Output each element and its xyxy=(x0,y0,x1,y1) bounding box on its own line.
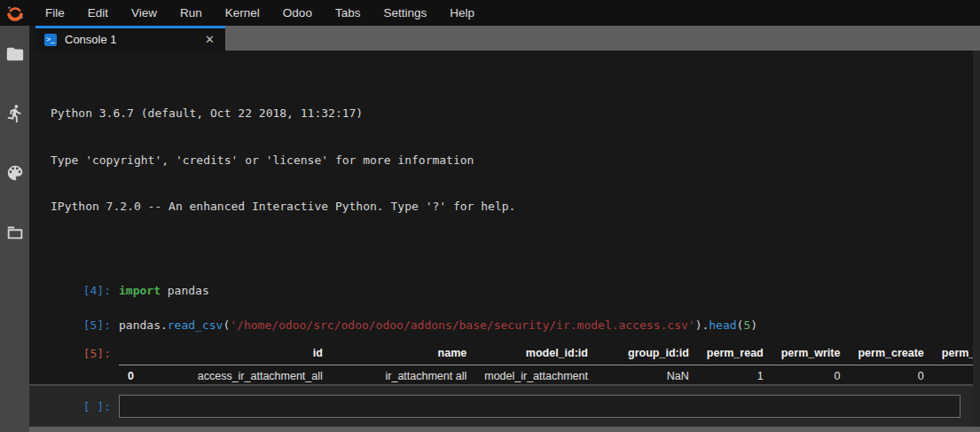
menu-help[interactable]: Help xyxy=(438,0,486,26)
menu-settings[interactable]: Settings xyxy=(372,0,438,26)
row-index: 0 xyxy=(119,365,144,384)
tab-console-1[interactable]: >_ Console 1 ✕ xyxy=(35,26,225,51)
index-column-header xyxy=(119,342,144,365)
main-dock: >_ Console 1 ✕ Python 3.6.7 (default, Oc… xyxy=(29,26,980,432)
table-cell: ir_attachment all xyxy=(332,365,475,384)
code-token-string: '/home/odoo/src/odoo/odoo/addons/base/se… xyxy=(230,318,694,332)
column-header: id xyxy=(144,342,332,365)
console-history: Python 3.6.7 (default, Oct 22 2018, 11:3… xyxy=(29,51,980,384)
left-sidebar xyxy=(0,26,29,432)
tabs-icon[interactable] xyxy=(5,223,25,242)
column-header: model_id:id xyxy=(475,342,597,365)
menu-file[interactable]: File xyxy=(34,0,76,26)
code-token-function: head xyxy=(709,318,736,332)
kernel-banner: Python 3.6.7 (default, Oct 22 2018, 11:3… xyxy=(29,75,980,246)
console-icon: >_ xyxy=(44,34,57,46)
column-header: name xyxy=(332,342,475,365)
menu-edit[interactable]: Edit xyxy=(76,0,120,26)
vertical-scrollbar[interactable] xyxy=(973,51,980,427)
table-row: 0access_ir_attachment_allir_attachment a… xyxy=(119,365,980,384)
column-header: perm_create xyxy=(849,342,932,365)
code-token-plain: ). xyxy=(695,318,710,332)
menu-kernel[interactable]: Kernel xyxy=(214,0,271,26)
column-header: perm_read xyxy=(698,342,772,365)
menu-tabs[interactable]: Tabs xyxy=(324,0,372,26)
banner-line: Python 3.6.7 (default, Oct 22 2018, 11:3… xyxy=(51,106,980,122)
output-cell-5: [5]: idnamemodel_id:idgroup_id:idperm_re… xyxy=(29,346,980,385)
tab-title: Console 1 xyxy=(65,33,203,46)
table-cell: 1 xyxy=(698,365,772,384)
close-icon[interactable]: ✕ xyxy=(203,33,216,46)
menu-odoo[interactable]: Odoo xyxy=(271,0,324,26)
palette-icon[interactable] xyxy=(5,163,25,183)
code-cell-5: [5]: pandas.read_csv('/home/odoo/src/odo… xyxy=(29,318,980,333)
table-cell: NaN xyxy=(597,365,698,384)
console-panel: Python 3.6.7 (default, Oct 22 2018, 11:3… xyxy=(29,51,980,427)
menu-view[interactable]: View xyxy=(120,0,169,26)
code-line: pandas.read_csv('/home/odoo/src/odoo/odo… xyxy=(119,318,757,333)
console-input[interactable] xyxy=(119,395,960,418)
input-prompt: [4]: xyxy=(29,283,119,298)
table-header-row: idnamemodel_id:idgroup_id:idperm_readper… xyxy=(119,342,980,365)
table-cell: model_ir_attachment xyxy=(475,365,597,384)
code-token-keyword: import xyxy=(119,284,161,297)
running-man-icon[interactable] xyxy=(5,104,25,123)
output-table: idnamemodel_id:idgroup_id:idperm_readper… xyxy=(119,342,980,385)
odoo-spinner-logo xyxy=(4,3,26,24)
folder-icon[interactable] xyxy=(5,44,25,64)
menu-run[interactable]: Run xyxy=(169,0,214,26)
tab-bar: >_ Console 1 ✕ xyxy=(29,26,980,51)
tab-bar-left-pad xyxy=(29,26,35,51)
code-cell-4: [4]: import pandas xyxy=(29,283,980,298)
column-header: group_id:id xyxy=(597,342,698,365)
input-prompt: [5]: xyxy=(29,318,119,333)
console-input-area: [ ]: xyxy=(29,384,980,427)
table-cell: 0 xyxy=(772,365,850,384)
code-token-plain: ) xyxy=(750,318,757,332)
empty-input-prompt: [ ]: xyxy=(29,400,119,413)
menubar: File Edit View Run Kernel Odoo Tabs Sett… xyxy=(0,0,980,26)
table-cell: access_ir_attachment_all xyxy=(144,365,332,384)
code-token-plain: pandas. xyxy=(119,318,168,332)
app-body: >_ Console 1 ✕ Python 3.6.7 (default, Oc… xyxy=(0,26,980,432)
output-prompt: [5]: xyxy=(29,346,119,385)
code-token-plain: pandas xyxy=(161,284,209,297)
banner-line: IPython 7.2.0 -- An enhanced Interactive… xyxy=(51,199,980,215)
column-header: perm_write xyxy=(772,342,850,365)
table-cell: 0 xyxy=(849,365,932,384)
code-line: import pandas xyxy=(119,283,209,298)
banner-line: Type 'copyright', 'credits' or 'license'… xyxy=(51,153,980,169)
code-token-function: read_csv xyxy=(168,318,223,332)
